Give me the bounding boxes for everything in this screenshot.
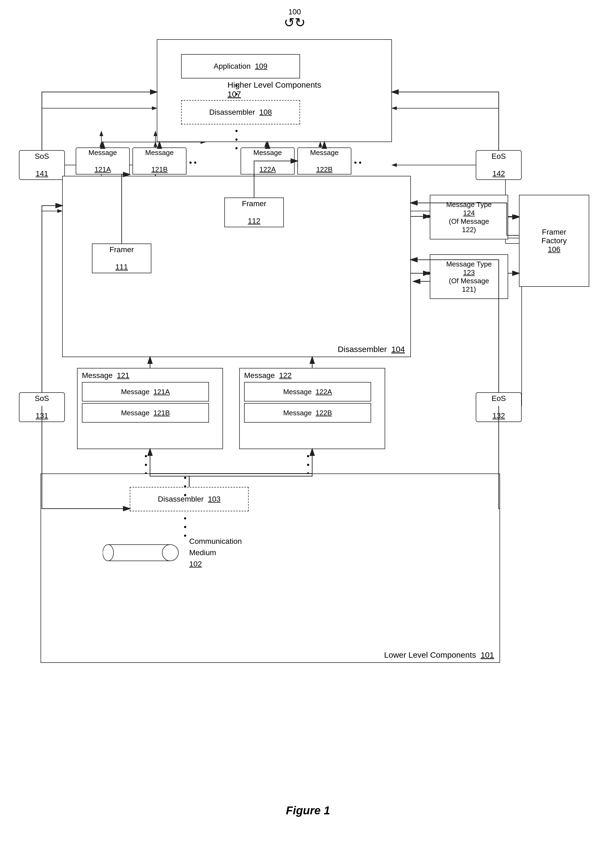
- disassembler-103-box: Disassembler 103: [130, 487, 249, 511]
- msg-121-group-box: Message 121 Message 121A Message 121B: [77, 368, 223, 449]
- comm-medium-area: CommunicationMedium102: [103, 536, 242, 570]
- comm-medium-icon: [103, 539, 184, 566]
- dots-top-right: • •: [354, 158, 361, 167]
- svg-point-23: [162, 544, 178, 561]
- diagram: 100 ↺↻: [0, 0, 616, 825]
- framer-111-box: Framer 111: [92, 243, 151, 273]
- msg-121b-top-box: Message 121B: [132, 147, 186, 175]
- msg-122b-inner-box: Message 122B: [244, 403, 371, 422]
- msg-type-124-box: Message Type124(Of Message122): [430, 195, 508, 240]
- eos-142-box: EoS 142: [476, 150, 522, 180]
- higher-level-label: Higher Level Components 107: [227, 80, 321, 99]
- svg-rect-22: [108, 544, 170, 561]
- disassembler-108-box: Disassembler 108: [181, 100, 300, 124]
- msg-type-123-box: Message Type123(Of Message121): [430, 254, 508, 299]
- eos-132-box: EoS 132: [476, 392, 522, 422]
- sos-131-box: SoS 131: [19, 392, 65, 422]
- sos-141-box: SoS 141: [19, 150, 65, 180]
- framer-factory-box: FramerFactory106: [519, 195, 589, 287]
- comm-medium-label: CommunicationMedium102: [189, 536, 242, 570]
- msg-121a-inner-box: Message 121A: [82, 382, 209, 402]
- msg-122a-top-box: Message 122A: [241, 147, 295, 175]
- msg-121b-inner-box: Message 121B: [82, 403, 209, 422]
- dots-top-mid: • •: [189, 158, 197, 167]
- msg-121a-top-box: Message 121A: [76, 147, 130, 175]
- framer-112-box: Framer 112: [224, 197, 284, 227]
- application-box: Application 109: [181, 54, 300, 78]
- dots-2: •••: [235, 127, 238, 153]
- msg-122a-inner-box: Message 122A: [244, 382, 371, 402]
- msg-122-group-box: Message 122 Message 122A Message 122B: [239, 368, 385, 449]
- figure-label: Figure 1: [0, 804, 616, 817]
- dots-above-103: •••: [184, 474, 186, 499]
- msg-122b-top-box: Message 122B: [297, 147, 351, 175]
- ref-100-label: 100 ↺↻: [284, 7, 305, 29]
- svg-point-24: [103, 544, 113, 561]
